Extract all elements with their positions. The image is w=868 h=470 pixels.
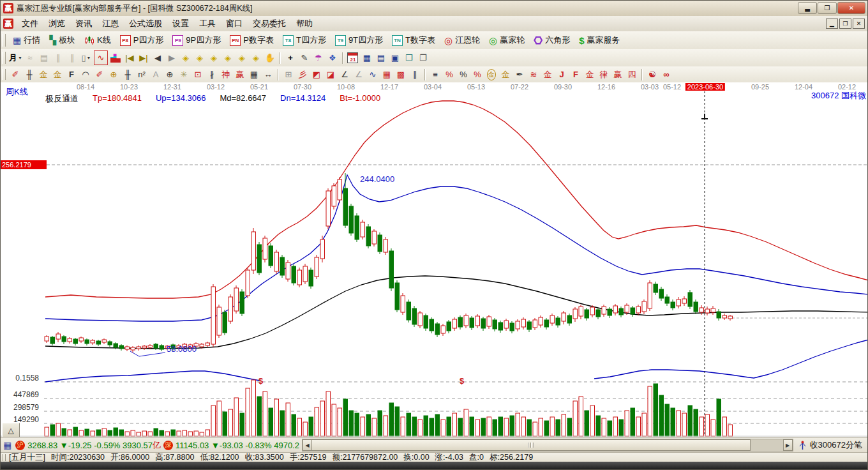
winner-wheel-button[interactable]: ◎赢家轮: [484, 33, 529, 48]
k-lines-icon[interactable]: ∦: [206, 68, 218, 81]
cards-tool-icon[interactable]: ❖: [326, 51, 339, 64]
purple-tool-icon[interactable]: ☂: [312, 51, 325, 64]
color-chart-icon[interactable]: [109, 51, 122, 64]
sector-button[interactable]: ▚板块: [45, 33, 80, 48]
compass-icon[interactable]: ⊕: [163, 68, 176, 81]
hash-icon[interactable]: ╫: [121, 68, 134, 81]
angle-tool2-icon[interactable]: ∠: [352, 68, 365, 81]
gann-wheel-button[interactable]: ◎江恩轮: [440, 33, 484, 48]
lv-angle-icon[interactable]: 律: [597, 68, 610, 81]
menu-资讯[interactable]: 资讯: [70, 18, 97, 29]
calendar-icon[interactable]: 21: [347, 51, 359, 64]
winner-service-button[interactable]: $赢家服务: [574, 33, 624, 48]
t-square-button[interactable]: T8T四方形: [278, 33, 331, 48]
prev-k-icon[interactable]: ◀: [151, 51, 164, 64]
infinity-icon[interactable]: ∞: [660, 68, 673, 81]
p-number-button[interactable]: PNP数字表: [225, 33, 278, 48]
diamond-h-expand-icon[interactable]: ◈: [207, 51, 220, 64]
menu-工具[interactable]: 工具: [194, 18, 221, 29]
frame-tool-icon[interactable]: ⊞: [282, 68, 295, 81]
angle-a-icon[interactable]: A: [149, 68, 162, 81]
ruler-grid-icon[interactable]: ▦: [248, 68, 260, 81]
kline-button[interactable]: K线: [80, 33, 116, 48]
gann-fan-icon[interactable]: 彡: [296, 68, 309, 81]
chart-canvas[interactable]: [1, 82, 868, 437]
menu-公式选股[interactable]: 公式选股: [124, 18, 167, 29]
last-k-icon[interactable]: ▶|: [137, 51, 150, 64]
target-square-icon[interactable]: ⊡: [191, 68, 204, 81]
fan-box-icon[interactable]: ◩: [310, 68, 323, 81]
pen-red-icon[interactable]: ✐: [9, 68, 22, 81]
toolbar-grip[interactable]: [2, 69, 6, 80]
diamond-expand-full-icon[interactable]: ◈: [250, 51, 262, 64]
diamond-compress-right-icon[interactable]: ◈: [193, 51, 206, 64]
gold-band-icon[interactable]: 金: [541, 68, 554, 81]
menu-设置[interactable]: 设置: [167, 18, 194, 29]
measure-icon[interactable]: ≡: [429, 68, 442, 81]
scrollbar-thumb[interactable]: [311, 439, 751, 451]
n2-icon[interactable]: n²: [135, 68, 148, 81]
diamond-compress-both-icon[interactable]: ◈: [221, 51, 234, 64]
tick-data-label[interactable]: 收300672分笔: [810, 439, 862, 451]
taichi-icon[interactable]: ☯: [646, 68, 659, 81]
j-angle-icon[interactable]: J: [555, 68, 568, 81]
h-span-icon[interactable]: ↔: [262, 68, 274, 81]
gold-lines-icon[interactable]: 金: [499, 68, 512, 81]
percent-icon[interactable]: %: [457, 68, 470, 81]
menu-浏览[interactable]: 浏览: [43, 18, 70, 29]
gold-ratio-icon[interactable]: 金: [37, 68, 50, 81]
wave-tool-icon[interactable]: ∿: [366, 68, 379, 81]
first-k-icon[interactable]: |◀: [123, 51, 136, 64]
zigzag-disabled-icon[interactable]: ≈: [24, 51, 36, 64]
menu-交易委托[interactable]: 交易委托: [248, 18, 291, 29]
next-k-icon[interactable]: ▶: [165, 51, 178, 64]
toolbar-grip[interactable]: [2, 52, 6, 64]
quote-grid-icon[interactable]: ▦: [3, 441, 11, 450]
gold-ratio2-icon[interactable]: 金: [51, 68, 64, 81]
minimize-button[interactable]: ▃: [798, 2, 817, 14]
ying-angle-icon[interactable]: 赢: [611, 68, 624, 81]
t-number-button[interactable]: TNT数字表: [387, 33, 440, 48]
gold-circle-icon[interactable]: 金: [485, 68, 498, 81]
scroll-left-icon[interactable]: ◀: [303, 439, 312, 451]
p9-square-button[interactable]: P99P四方形: [168, 33, 225, 48]
triangle-button[interactable]: △: [2, 423, 20, 438]
diag-box-icon[interactable]: ◪: [324, 68, 337, 81]
scroll-right-icon[interactable]: ▶: [783, 439, 793, 451]
red-tool-icon[interactable]: ∿: [94, 50, 108, 65]
star-web-icon[interactable]: ✳: [177, 68, 190, 81]
calculator-icon[interactable]: ▦: [361, 51, 373, 64]
save-icon[interactable]: ▣: [389, 51, 401, 64]
si-angle-icon[interactable]: 四: [625, 68, 638, 81]
money-tools-icon[interactable]: ❒: [403, 51, 415, 64]
horizontal-scrollbar[interactable]: ◀ ▶: [302, 439, 793, 451]
child-minimize-button[interactable]: ▁: [826, 19, 838, 29]
pen2-red-icon[interactable]: ✐: [93, 68, 106, 81]
f-angle-icon[interactable]: F: [569, 68, 582, 81]
arc-tool-icon[interactable]: ◠: [79, 68, 92, 81]
shen-tool-icon[interactable]: 神: [220, 68, 232, 81]
gold-angle-icon[interactable]: 金: [583, 68, 596, 81]
menu-江恩[interactable]: 江恩: [97, 18, 124, 29]
hexagon-button[interactable]: 六角形: [529, 33, 574, 48]
brush-k-icon[interactable]: ✒: [513, 68, 526, 81]
percent-lines-icon[interactable]: %: [471, 68, 484, 81]
bars9-disabled-icon[interactable]: ∥: [66, 51, 79, 64]
restore-button[interactable]: ❐: [818, 2, 837, 14]
menu-文件[interactable]: 文件: [17, 18, 43, 29]
kline-chart[interactable]: 周K线 极反通道Tp=180.4841Up=134.3066Md=82.6647…: [1, 82, 868, 437]
crosshair-icon[interactable]: +: [284, 51, 297, 64]
export-icon[interactable]: ❐: [417, 51, 430, 64]
diamond-compress-left-icon[interactable]: ◈: [179, 51, 192, 64]
pointer-note-icon[interactable]: ✎: [298, 51, 311, 64]
menu-帮助[interactable]: 帮助: [291, 18, 318, 29]
angle-tool-icon[interactable]: ∠: [338, 68, 351, 81]
grid-red-icon[interactable]: ▦: [380, 68, 393, 81]
child-restore-button[interactable]: ❐: [839, 19, 851, 29]
child-close-button[interactable]: ✕: [853, 19, 865, 29]
close-button[interactable]: ✕: [837, 2, 865, 14]
diamond-expand-icon[interactable]: ◈: [236, 51, 248, 64]
percent-peak-icon[interactable]: %: [443, 68, 456, 81]
menu-窗口[interactable]: 窗口: [221, 18, 248, 29]
wave-band-icon[interactable]: ≋: [527, 68, 540, 81]
